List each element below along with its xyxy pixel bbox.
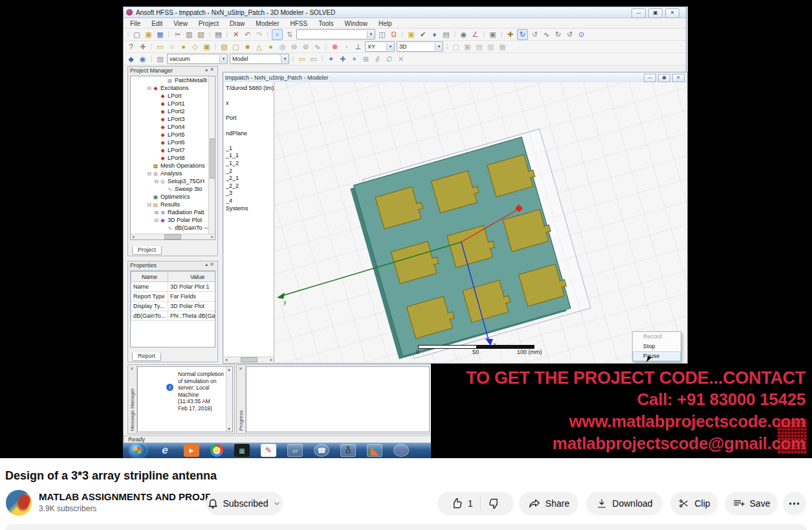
menu-item[interactable]: Help [379, 20, 392, 27]
progress-grip[interactable]: ✕Progress [237, 365, 246, 434]
sweep-tool-icon[interactable]: ⊘ [301, 42, 311, 52]
omega-icon[interactable]: Ω [389, 30, 399, 39]
model-combo[interactable]: Model▾ [230, 54, 289, 64]
tree-expander-icon[interactable]: ⊞ [153, 210, 159, 215]
tree-item[interactable]: ◆ LPort2 [131, 107, 215, 115]
cone-tool-icon[interactable]: △ [254, 42, 264, 52]
sphere-tool-icon[interactable]: ■ [243, 42, 252, 52]
tree-item[interactable]: ◆ LPort1 [131, 100, 215, 107]
start-button[interactable] [129, 443, 146, 458]
tab-project[interactable]: Project [132, 247, 162, 255]
spiral-tool-icon[interactable]: ⊖ [289, 42, 299, 52]
boundary-icon[interactable]: ◆ [126, 54, 136, 64]
channel-name[interactable]: MATLAB ASSIGNMENTS AND PROJECTS [39, 491, 231, 502]
chrome-icon[interactable] [210, 444, 223, 457]
close-button[interactable]: ✕ [665, 8, 679, 18]
rectangle-tool-icon[interactable]: ▭ [155, 42, 165, 52]
plane-icon[interactable]: ⊥ [353, 42, 363, 52]
tree-item[interactable]: ⊟ ◎ Setup3_75GH [131, 177, 215, 185]
context-menu-item[interactable]: Pause [633, 351, 681, 361]
editor-icon[interactable]: ✎ [261, 444, 276, 457]
project-icon[interactable]: ▣ [406, 30, 416, 39]
helix-tool-icon[interactable]: ◎ [278, 42, 287, 52]
tree-expander-icon[interactable]: ⊟ [153, 179, 159, 184]
material-icon[interactable]: ▨ [155, 54, 165, 64]
rotate-icon[interactable]: ↻ [517, 29, 528, 40]
minimize-button[interactable]: — [631, 8, 646, 18]
polyline-tool-icon[interactable]: ∿ [313, 42, 322, 52]
delta-app-icon[interactable]: δ [340, 444, 356, 457]
tree-item[interactable]: ▣ Optimetrics [131, 193, 215, 201]
pan-icon[interactable]: ✚ [505, 30, 515, 39]
menu-item[interactable]: View [173, 20, 188, 27]
paste-icon[interactable]: ▧ [196, 30, 206, 39]
subtract-icon[interactable]: ⊗ [330, 42, 340, 52]
sheet-alt-icon[interactable]: ▭ [309, 54, 318, 64]
context-help-icon[interactable]: ✚ [138, 42, 148, 52]
analyze-icon[interactable]: ♦ [430, 30, 439, 39]
menu-item[interactable]: HFSS [290, 20, 307, 27]
tree-expander-icon[interactable]: ⊟ [146, 202, 152, 208]
spin-back-icon[interactable]: ↺ [565, 30, 575, 39]
video-player[interactable]: Ansoft HFSS - tmppatch - NxN_uStrip_Patc… [0, 0, 812, 458]
message-manager-grip[interactable]: ✕Message Manager [128, 365, 137, 434]
property-value[interactable]: Phi ,Theta dB(Gain... [168, 311, 215, 321]
property-row[interactable]: dB(GainTo... Phi ,Theta dB(Gain... [131, 311, 216, 321]
tree-item[interactable]: ◆ LPort4 [131, 123, 215, 131]
download-button[interactable]: Download [586, 492, 663, 515]
property-value[interactable]: 3D Polar Plot 1 [168, 282, 215, 292]
tree-item[interactable]: ◆ LPort6 [131, 138, 215, 146]
menu-item[interactable]: File [130, 20, 140, 27]
cylinder-tool-icon[interactable]: ▢ [231, 42, 241, 52]
save-icon[interactable]: ▦ [155, 30, 165, 39]
tree-horizontal-scrollbar[interactable]: ◂▸ [131, 234, 215, 239]
history-scrollbar[interactable]: ◂▸ [224, 357, 274, 362]
tree-item[interactable]: ⊟ ◉ 3D Polar Plot [131, 216, 215, 224]
tree-item[interactable]: ⊟ ◆ Excitations [131, 84, 215, 92]
tree-item[interactable]: ◆ LPort7 [131, 146, 215, 154]
description-box[interactable] [5, 524, 807, 530]
tree-item[interactable]: ∿ dB(GainTo — [131, 224, 215, 232]
align-icon[interactable]: ✦ [326, 54, 336, 64]
tree-item[interactable]: ▩ Mesh Operations [131, 162, 215, 170]
more-actions-button[interactable]: ⋯ [783, 492, 806, 515]
array-icon[interactable]: ⊞ [361, 54, 371, 64]
device-icon[interactable]: ▦ [234, 444, 250, 457]
tree-item[interactable]: ⊟ ◎ Analysis [131, 170, 215, 177]
window-tool-icon[interactable]: ▥ [486, 42, 496, 52]
menu-item[interactable]: Tools [318, 20, 333, 27]
tree-expander-icon[interactable]: ⊟ [146, 85, 152, 91]
center-view-icon[interactable]: ⊙ [576, 30, 586, 39]
help-icon[interactable]: ? [126, 42, 136, 52]
whatsapp-icon[interactable]: ☎ [314, 444, 329, 457]
channel-avatar[interactable] [6, 490, 32, 516]
history-tree-panel[interactable]: T/duroid 5880 (tm) x Port ndPlane _1 _1_… [224, 82, 274, 362]
share-button[interactable]: Share [519, 492, 578, 515]
close-icon[interactable]: ✕ [210, 67, 216, 72]
menu-item[interactable]: Draw [230, 20, 245, 27]
move-updown-icon[interactable]: ⇅ [285, 30, 294, 39]
tree-item[interactable]: ◆ LPort8 [131, 154, 215, 162]
curve-icon[interactable]: ∿ [542, 30, 551, 39]
excitation-icon[interactable]: ◉ [138, 54, 148, 64]
copy-view-icon[interactable]: ▣ [488, 30, 498, 39]
context-menu-item[interactable]: Stop [633, 342, 681, 351]
hfss-app-icon[interactable]: ∿ [393, 444, 409, 457]
restore-button[interactable]: ▣ [648, 8, 663, 18]
clip-button[interactable]: Clip [670, 492, 718, 515]
orbit-icon[interactable]: ↺ [530, 30, 540, 39]
point-icon[interactable]: · [342, 42, 351, 52]
property-row[interactable]: Name 3D Polar Plot 1 [131, 282, 216, 292]
validate-icon[interactable]: ✔ [418, 30, 428, 39]
property-row[interactable]: Display Ty... 3D Polar Plot [131, 302, 216, 311]
undo-icon[interactable]: ↶ [243, 30, 252, 39]
property-value[interactable]: Far Fields [168, 292, 215, 302]
null-icon[interactable]: ∅ [384, 54, 394, 64]
plane-combo[interactable]: XY▾ [365, 41, 395, 52]
open-icon[interactable]: ▣ [144, 30, 153, 39]
redo-icon[interactable]: ↷ [254, 30, 264, 39]
menu-item[interactable]: Modeler [256, 20, 279, 27]
material-combo[interactable]: vacuum▾ [167, 54, 228, 64]
tree-item[interactable]: ◆ LPort [131, 92, 215, 100]
subscribed-button[interactable]: Subscribed [206, 492, 283, 515]
